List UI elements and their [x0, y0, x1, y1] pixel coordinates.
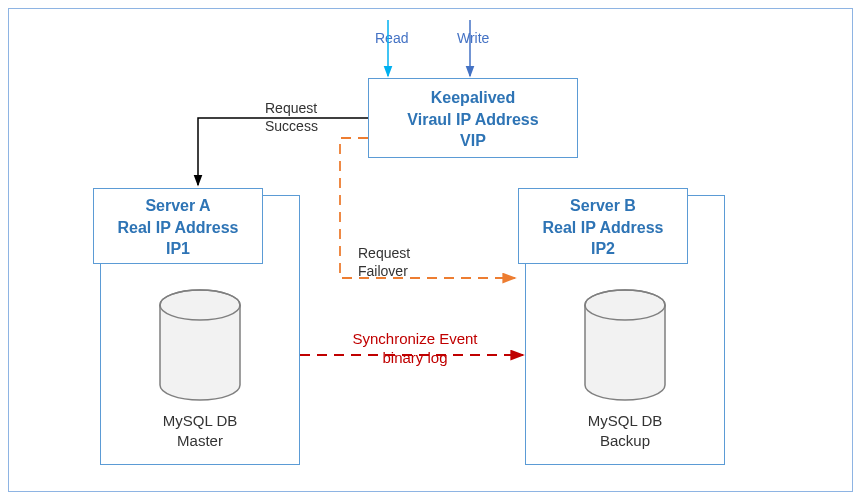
server-b-db-line1: MySQL DB: [526, 411, 724, 431]
server-a-header: Server A Real IP Address IP1: [93, 188, 263, 264]
server-a-line1: Server A: [94, 195, 262, 217]
server-b-line1: Server B: [519, 195, 687, 217]
server-b-line2: Real IP Address: [519, 217, 687, 239]
vip-line3: VIP: [369, 130, 577, 152]
vip-line2: Viraul IP Address: [369, 109, 577, 131]
server-a-box: Server A Real IP Address IP1 MySQL DB Ma…: [100, 195, 300, 465]
diagram-canvas: Read Write Keepalived Viraul IP Address …: [0, 0, 865, 500]
request-failover-label: Request Failover: [358, 245, 410, 280]
server-a-db-line2: Master: [101, 431, 299, 451]
server-b-header: Server B Real IP Address IP2: [518, 188, 688, 264]
sync-label: Synchronize Event binary log: [335, 330, 495, 368]
server-a-db-line1: MySQL DB: [101, 411, 299, 431]
server-b-box: Server B Real IP Address IP2 MySQL DB Ba…: [525, 195, 725, 465]
read-label: Read: [375, 30, 408, 48]
server-b-db-label: MySQL DB Backup: [526, 411, 724, 450]
server-b-line3: IP2: [519, 238, 687, 260]
server-a-line2: Real IP Address: [94, 217, 262, 239]
server-b-db-line2: Backup: [526, 431, 724, 451]
vip-line1: Keepalived: [369, 87, 577, 109]
server-a-db-label: MySQL DB Master: [101, 411, 299, 450]
server-a-line3: IP1: [94, 238, 262, 260]
request-success-label: Request Success: [265, 100, 318, 135]
vip-box: Keepalived Viraul IP Address VIP: [368, 78, 578, 158]
write-label: Write: [457, 30, 489, 48]
